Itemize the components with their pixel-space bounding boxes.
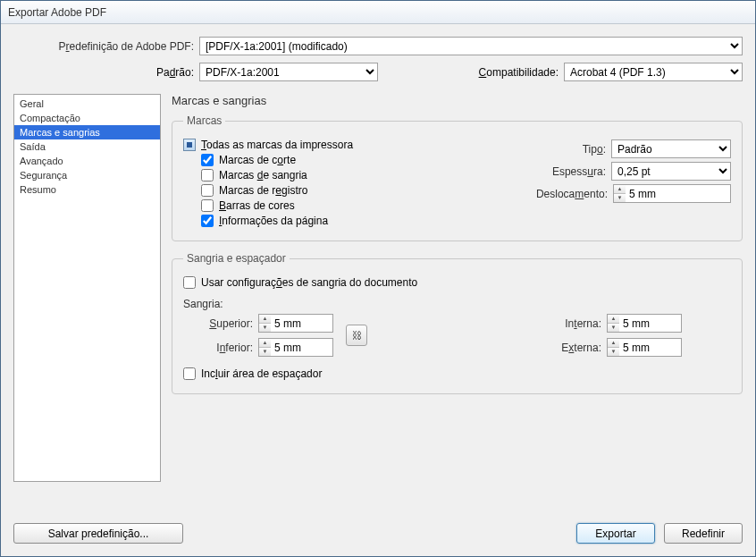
all-printer-marks-checkbox[interactable] [183,139,196,151]
spin-buttons-icon[interactable]: ▲▼ [613,184,626,203]
bleed-bottom-row: Inferior: ▲▼ [183,338,333,357]
bleed-top-row: Superior: ▲▼ [183,314,333,333]
sidebar-item-marks-bleeds[interactable]: Marcas e sangrias [14,125,160,139]
compat-label: Compatibilidade: [479,66,564,79]
category-sidebar: Geral Compactação Marcas e sangrias Saíd… [13,94,161,482]
section-title: Marcas e sangrias [172,94,743,107]
marks-offset-label: Deslocamento: [481,188,613,200]
sidebar-item-general[interactable]: Geral [14,97,160,111]
bleed-group: Sangria e espaçador Usar configurações d… [172,252,743,394]
bleed-subheading: Sangria: [183,298,731,310]
color-bars-row: Barras de cores [201,199,481,212]
registration-marks-label: Marcas de registro [219,184,307,197]
registration-marks-row: Marcas de registro [201,184,481,197]
mid-area: Geral Compactação Marcas e sangrias Saíd… [13,94,743,523]
marks-weight-label: Espessura: [481,165,611,178]
client-area: Predefinição de Adobe PDF: [PDF/X-1a:200… [1,24,755,556]
export-pdf-dialog: Exportar Adobe PDF Predefinição de Adobe… [0,0,756,557]
titlebar: Exportar Adobe PDF [1,1,755,24]
include-slug-label: Incluir área de espaçador [201,367,322,380]
marks-offset-spinbox[interactable]: ▲▼ [613,184,731,203]
all-printer-marks-row: Todas as marcas da impressora [183,139,481,151]
window-title: Exportar Adobe PDF [8,6,106,19]
page-info-checkbox[interactable] [201,215,214,227]
bleed-outside-label: Externa: [532,342,607,354]
bleed-inside-spinbox[interactable]: ▲▼ [607,314,682,333]
include-slug-row: Incluir área de espaçador [183,367,731,380]
marks-checkboxes: Todas as marcas da impressora Marcas de … [183,136,481,230]
preset-select[interactable]: [PDF/X-1a:2001] (modificado) [199,37,743,55]
bleed-inside-row: Interna: ▲▼ [532,314,682,333]
spin-buttons-icon[interactable]: ▲▼ [607,338,619,357]
bleed-inside-input[interactable] [619,314,682,333]
bleed-top-label: Superior: [183,317,258,330]
color-bars-label: Barras de cores [219,199,295,212]
sidebar-item-advanced[interactable]: Avançado [14,154,160,168]
marks-offset-input[interactable] [626,184,731,203]
bleed-top-input[interactable] [271,314,333,333]
marks-weight-row: Espessura: 0,25 pt [481,162,731,181]
sidebar-item-security[interactable]: Segurança [14,168,160,182]
color-bars-checkbox[interactable] [201,199,214,212]
bleed-outside-row: Externa: ▲▼ [532,338,682,357]
bleed-grid: Superior: ▲▼ Inferior: ▲▼ ⛓ [183,314,731,357]
bleed-bottom-label: Inferior: [183,342,258,354]
spin-buttons-icon[interactable]: ▲▼ [607,314,619,333]
preset-label: Predefinição de Adobe PDF: [13,40,199,53]
save-preset-button[interactable]: Salvar predefinição... [13,523,183,544]
link-icon: ⛓ [352,330,362,341]
preset-row: Predefinição de Adobe PDF: [PDF/X-1a:200… [13,37,743,55]
marks-type-label: Tipo: [481,143,611,156]
all-printer-marks-label: Todas as marcas da impressora [201,139,353,151]
bleed-inside-label: Interna: [532,317,607,330]
crop-marks-row: Marcas de corte [201,154,481,166]
bleed-top-spinbox[interactable]: ▲▼ [258,314,333,333]
registration-marks-checkbox[interactable] [201,184,214,197]
link-bleed-button[interactable]: ⛓ [346,325,367,346]
standard-select[interactable]: PDF/X-1a:2001 [199,63,378,81]
bleed-outside-input[interactable] [619,338,682,357]
spin-buttons-icon[interactable]: ▲▼ [258,338,271,357]
include-slug-checkbox[interactable] [183,367,196,380]
use-doc-bleed-label: Usar configurações de sangria do documen… [201,276,417,289]
sidebar-item-output[interactable]: Saída [14,139,160,154]
page-info-row: Informações da página [201,215,481,227]
export-button[interactable]: Exportar [576,523,655,544]
marks-weight-select[interactable]: 0,25 pt [611,162,731,181]
main-pane: Marcas e sangrias Marcas Todas as marcas… [172,94,743,523]
marks-group: Marcas Todas as marcas da impressora Mar… [172,114,743,241]
compat-select[interactable]: Acrobat 4 (PDF 1.3) [564,63,743,81]
bleed-bottom-spinbox[interactable]: ▲▼ [258,338,333,357]
bleed-outside-spinbox[interactable]: ▲▼ [607,338,682,357]
sidebar-item-compression[interactable]: Compactação [14,111,160,125]
marks-legend: Marcas [183,114,225,127]
page-info-label: Informações da página [219,215,328,227]
marks-offset-row: Deslocamento: ▲▼ [481,184,731,203]
standard-compat-row: Padrão: PDF/X-1a:2001 Compatibilidade: A… [13,63,743,81]
sidebar-item-summary[interactable]: Resumo [14,182,160,197]
reset-button[interactable]: Redefinir [664,523,743,544]
bleed-marks-row: Marcas de sangria [201,169,481,181]
spin-buttons-icon[interactable]: ▲▼ [258,314,271,333]
marks-settings: Tipo: Padrão Espessura: 0,25 pt Deslocam… [481,136,731,230]
standard-label: Padrão: [13,66,199,79]
bleed-legend: Sangria e espaçador [183,252,290,265]
bleed-marks-checkbox[interactable] [201,169,214,181]
use-doc-bleed-checkbox[interactable] [183,276,196,289]
bottom-bar: Salvar predefinição... Exportar Redefini… [13,523,743,544]
use-doc-bleed-row: Usar configurações de sangria do documen… [183,276,731,289]
crop-marks-checkbox[interactable] [201,154,214,166]
crop-marks-label: Marcas de corte [219,154,296,166]
bleed-bottom-input[interactable] [271,338,333,357]
marks-type-select[interactable]: Padrão [611,139,731,158]
bleed-marks-label: Marcas de sangria [219,169,307,181]
marks-type-row: Tipo: Padrão [481,139,731,158]
